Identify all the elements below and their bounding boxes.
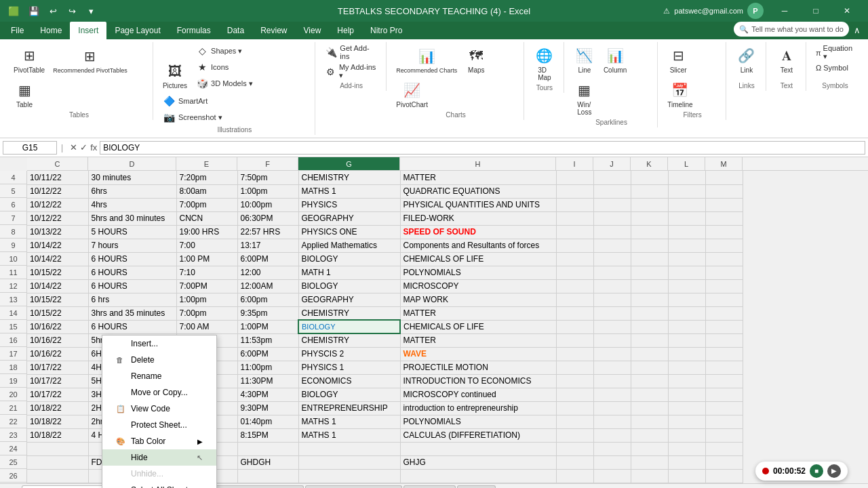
cell-13-7[interactable]: [593, 293, 631, 306]
cell-4-9[interactable]: [668, 171, 705, 184]
cell-15-10[interactable]: [705, 320, 743, 333]
cell-18-4[interactable]: PHYSICS 1: [298, 361, 400, 374]
tell-me-input[interactable]: 🔍 Tell me what you want to do: [734, 22, 849, 37]
confirm-icon[interactable]: ✓: [80, 142, 87, 152]
recommended-pivottables-button[interactable]: ⊞ Recommended PivotTables: [50, 44, 130, 75]
cell-21-5[interactable]: introduction to entrepreneurship: [400, 401, 556, 415]
cell-5-10[interactable]: [705, 184, 743, 198]
cell-18-8[interactable]: [631, 361, 668, 374]
row-header-8[interactable]: 8: [0, 225, 26, 239]
row-header-12[interactable]: 12: [0, 279, 26, 293]
cell-6-2[interactable]: 7:00pm: [176, 198, 237, 211]
minimize-button[interactable]: ─: [769, 0, 800, 22]
cell-10-10[interactable]: [705, 252, 743, 266]
cell-22-8[interactable]: [631, 415, 668, 428]
cell-6-4[interactable]: PHYSICS: [298, 198, 400, 211]
cell-23-9[interactable]: [668, 428, 705, 442]
sheet-tab-sheet2[interactable]: Sheet2: [457, 485, 496, 489]
cell-25-8[interactable]: [631, 455, 668, 469]
cell-5-8[interactable]: [631, 184, 668, 198]
row-header-18[interactable]: 18: [0, 361, 26, 374]
cell-11-5[interactable]: POLYNOMIALS: [400, 266, 556, 279]
cell-8-2[interactable]: 19:00 HRS: [176, 225, 237, 239]
cell-8-0[interactable]: 10/13/22: [27, 225, 88, 239]
cell-20-4[interactable]: BIOLOGY: [298, 388, 400, 401]
pivotchart-button[interactable]: 📈 PivotChart: [393, 78, 431, 110]
cell-11-0[interactable]: 10/15/22: [27, 266, 88, 279]
row-header-10[interactable]: 10: [0, 252, 26, 266]
cell-19-5[interactable]: INTRODUCTION TO ECONOMICS: [400, 374, 556, 388]
cell-6-9[interactable]: [668, 198, 705, 211]
cell-6-8[interactable]: [631, 198, 668, 211]
cell-5-5[interactable]: QUADRATIC EQUATIONS: [400, 184, 556, 198]
cell-12-3[interactable]: 12:00AM: [237, 279, 298, 293]
cell-17-8[interactable]: [631, 347, 668, 361]
col-header-d[interactable]: D: [88, 157, 176, 170]
redo-button[interactable]: ↪: [64, 3, 80, 19]
cell-10-9[interactable]: [668, 252, 705, 266]
cell-19-9[interactable]: [668, 374, 705, 388]
cell-24-10[interactable]: [705, 442, 743, 455]
cell-16-3[interactable]: 11:53pm: [237, 333, 298, 347]
cell-21-6[interactable]: [556, 401, 593, 415]
cell-4-1[interactable]: 30 minutes: [88, 171, 176, 184]
cell-25-0[interactable]: [27, 455, 88, 469]
col-header-k[interactable]: K: [631, 157, 668, 170]
cell-5-2[interactable]: 8:00am: [176, 184, 237, 198]
pictures-button[interactable]: 🖼 Pictures: [160, 59, 190, 91]
user-avatar[interactable]: P: [747, 3, 764, 19]
cell-18-10[interactable]: [705, 361, 743, 374]
cell-15-7[interactable]: [593, 320, 631, 333]
cell-4-5[interactable]: MATTER: [400, 171, 556, 184]
cell-10-7[interactable]: [593, 252, 631, 266]
3d-map-button[interactable]: 🌐 3DMap: [531, 43, 558, 83]
cell-22-0[interactable]: 10/18/22: [27, 415, 88, 428]
cell-23-0[interactable]: 10/18/22: [27, 428, 88, 442]
cell-23-10[interactable]: [705, 428, 743, 442]
undo-button[interactable]: ↩: [45, 3, 61, 19]
col-header-e[interactable]: E: [176, 157, 237, 170]
tab-nitro-pro[interactable]: Nitro Pro: [362, 22, 410, 39]
cell-13-0[interactable]: 10/15/22: [27, 293, 88, 306]
cell-10-2[interactable]: 1:00 PM: [176, 252, 237, 266]
ctx-view-code[interactable]: 📋 View Code: [102, 401, 216, 417]
customize-quick-access[interactable]: ▾: [83, 3, 99, 19]
cell-7-1[interactable]: 5hrs and 30 minutes: [88, 211, 176, 225]
cell-6-3[interactable]: 10:00pm: [237, 198, 298, 211]
col-header-l[interactable]: L: [668, 157, 705, 170]
cell-18-6[interactable]: [556, 361, 593, 374]
cell-21-0[interactable]: 10/18/22: [27, 401, 88, 415]
cell-19-8[interactable]: [631, 374, 668, 388]
tab-formulas[interactable]: Formulas: [169, 22, 219, 39]
cell-15-8[interactable]: [631, 320, 668, 333]
cell-10-6[interactable]: [556, 252, 593, 266]
cell-7-3[interactable]: 06:30PM: [237, 211, 298, 225]
cell-8-9[interactable]: [668, 225, 705, 239]
cell-25-4[interactable]: [298, 455, 400, 469]
cell-10-4[interactable]: BIOLOGY: [298, 252, 400, 266]
smartart-button[interactable]: 🔷 SmartArt: [160, 94, 225, 108]
cell-23-8[interactable]: [631, 428, 668, 442]
cell-7-9[interactable]: [668, 211, 705, 225]
cell-17-5[interactable]: WAVE: [400, 347, 556, 361]
row-header-13[interactable]: 13: [0, 293, 26, 306]
cell-24-3[interactable]: [237, 442, 298, 455]
cell-11-8[interactable]: [631, 266, 668, 279]
ctx-tab-color[interactable]: 🎨 Tab Color ▶: [102, 433, 216, 449]
row-header-16[interactable]: 16: [0, 333, 26, 347]
table-button[interactable]: ▦ Table: [11, 78, 38, 110]
row-header-7[interactable]: 7: [0, 211, 26, 225]
cell-17-9[interactable]: [668, 347, 705, 361]
cell-21-4[interactable]: ENTREPRENEURSHIP: [298, 401, 400, 415]
row-header-26[interactable]: 26: [0, 469, 26, 483]
cell-11-9[interactable]: [668, 266, 705, 279]
cell-18-5[interactable]: PROJECTILE MOTION: [400, 361, 556, 374]
cell-17-6[interactable]: [556, 347, 593, 361]
cell-10-3[interactable]: 6:00PM: [237, 252, 298, 266]
col-header-m[interactable]: M: [705, 157, 743, 170]
cell-24-5[interactable]: [400, 442, 556, 455]
cell-7-4[interactable]: GEOGRAPHY: [298, 211, 400, 225]
cell-26-5[interactable]: [400, 469, 556, 483]
cell-26-10[interactable]: [705, 469, 743, 483]
cell-14-0[interactable]: 10/15/22: [27, 306, 88, 320]
